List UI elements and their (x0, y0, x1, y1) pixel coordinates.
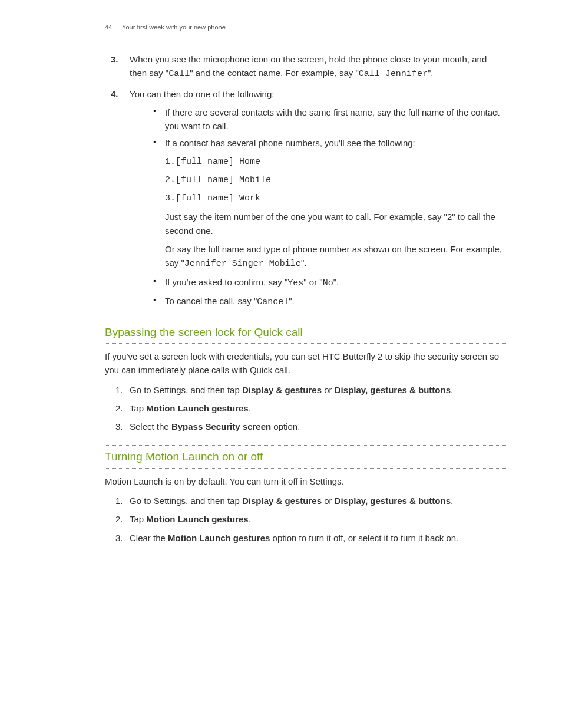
code-call-jennifer: Call Jennifer (359, 69, 428, 79)
steps-list: 1. Go to Settings, and then tap Display … (105, 383, 506, 434)
code-call: Call (168, 69, 190, 79)
step-item: 2. Tap Motion Launch gestures. (105, 512, 506, 526)
steps-list: 1. Go to Settings, and then tap Display … (105, 494, 506, 545)
section-title-bypass: Bypassing the screen lock for Quick call (105, 321, 506, 344)
step-item: 1. Go to Settings, and then tap Display … (105, 383, 506, 397)
page-number: 44 (105, 22, 112, 32)
step-number: 3. (111, 52, 118, 66)
section-intro: If you've set a screen lock with credent… (105, 350, 506, 377)
step-text: When you see the microphone icon on the … (130, 54, 487, 78)
step-number: 3. (115, 420, 123, 433)
phone-line-work: 3.[full name] Work (165, 192, 506, 205)
step-3: 3. When you see the microphone icon on t… (105, 52, 506, 81)
bullet-list: If there are several contacts with the s… (130, 106, 506, 309)
bullet-item: If a contact has several phone numbers, … (153, 136, 506, 271)
step-item: 2. Tap Motion Launch gestures. (105, 401, 506, 415)
step-number: 1. (115, 494, 123, 508)
step-item: 1. Go to Settings, and then tap Display … (105, 494, 506, 508)
section-intro: Motion Launch is on by default. You can … (105, 475, 506, 488)
bullet-item: If you're asked to confirm, say "Yes" or… (153, 275, 506, 290)
bold-display-gestures: Display & gestures (242, 385, 322, 395)
step-item: 3. Clear the Motion Launch gestures opti… (105, 531, 506, 545)
instruction-text: Just say the item number of the one you … (165, 210, 506, 238)
code-jennifer-mobile: Jennifer Singer Mobile (184, 259, 301, 269)
bullet-item: If there are several contacts with the s… (153, 106, 506, 133)
phone-line-mobile: 2.[full name] Mobile (165, 173, 506, 187)
bullet-item: To cancel the call, say "Cancel". (153, 294, 506, 309)
step-number: 1. (115, 383, 123, 397)
instruction-text: Or say the full name and type of phone n… (165, 242, 506, 271)
step-number: 2. (115, 512, 123, 526)
step-number: 2. (115, 401, 123, 415)
phone-line-home: 1.[full name] Home (165, 155, 506, 169)
code-no: No (323, 278, 333, 288)
bold-motion-launch: Motion Launch gestures (146, 514, 248, 524)
step-number: 3. (115, 531, 123, 545)
step-4: 4. You can then do one of the following:… (105, 87, 506, 309)
chapter-title: Your first week with your new phone (122, 24, 226, 31)
bold-display-gestures-buttons: Display, gestures & buttons (335, 385, 451, 395)
main-instruction-list: 3. When you see the microphone icon on t… (105, 52, 506, 309)
step-item: 3. Select the Bypass Security screen opt… (105, 420, 506, 433)
step-number: 4. (111, 87, 118, 101)
bold-display-gestures-buttons: Display, gestures & buttons (335, 496, 451, 506)
step-text: You can then do one of the following: (130, 89, 274, 99)
page-header: 44 Your first week with your new phone (105, 22, 506, 32)
phone-number-list: 1.[full name] Home 2.[full name] Mobile … (165, 155, 506, 206)
bold-bypass-security: Bypass Security screen (171, 421, 271, 431)
bold-motion-launch: Motion Launch gestures (146, 403, 248, 413)
bold-motion-launch-gestures: Motion Launch gestures (168, 533, 270, 543)
code-yes: Yes (287, 278, 303, 288)
section-title-motion-launch: Turning Motion Launch on or off (105, 446, 506, 468)
code-cancel: Cancel (257, 297, 289, 307)
bold-display-gestures: Display & gestures (242, 496, 322, 506)
